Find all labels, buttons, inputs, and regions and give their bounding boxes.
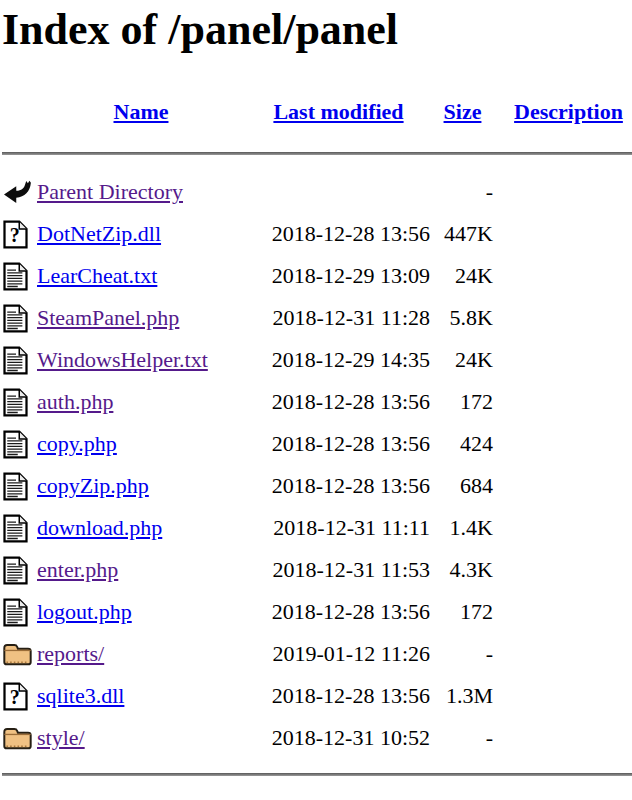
table-row: WindowsHelper.txt 2018-12-29 14:35 24K	[2, 339, 632, 381]
file-size: -	[430, 717, 495, 759]
file-link[interactable]: WindowsHelper.txt	[37, 347, 208, 372]
last-modified: 2018-12-28 13:56	[247, 423, 430, 465]
file-description	[495, 675, 632, 717]
text-file-icon	[3, 472, 28, 501]
file-size: 172	[430, 591, 495, 633]
file-link[interactable]: sqlite3.dll	[37, 683, 124, 708]
table-row: enter.php 2018-12-31 11:53 4.3K	[2, 549, 632, 591]
file-description	[495, 213, 632, 255]
sort-by-size-link[interactable]: Size	[444, 99, 482, 124]
file-link[interactable]: logout.php	[37, 599, 132, 624]
file-description	[495, 507, 632, 549]
file-link[interactable]: copyZip.php	[37, 473, 149, 498]
file-size: 684	[430, 465, 495, 507]
directory-listing-table: Name Last modified Size Description Pare…	[2, 84, 632, 776]
table-row: Parent Directory -	[2, 171, 632, 213]
sort-by-name-link[interactable]: Name	[114, 99, 169, 124]
last-modified: 2018-12-28 13:56	[247, 591, 430, 633]
table-row: download.php 2018-12-31 11:11 1.4K	[2, 507, 632, 549]
file-size: 172	[430, 381, 495, 423]
file-description	[495, 255, 632, 297]
last-modified: 2018-12-29 13:09	[247, 255, 430, 297]
file-description	[495, 339, 632, 381]
file-link[interactable]: DotNetZip.dll	[37, 221, 161, 246]
top-divider	[2, 152, 632, 155]
bottom-divider	[2, 773, 632, 776]
file-size: 5.8K	[430, 297, 495, 339]
text-file-icon	[3, 388, 28, 417]
table-row: auth.php 2018-12-28 13:56 172	[2, 381, 632, 423]
file-link[interactable]: enter.php	[37, 557, 118, 582]
last-modified	[247, 171, 430, 213]
directory-link[interactable]: reports/	[37, 641, 104, 666]
last-modified: 2018-12-28 13:56	[247, 213, 430, 255]
header-row: Name Last modified Size Description	[2, 84, 632, 140]
file-link[interactable]: SteamPanel.php	[37, 305, 179, 330]
table-row: DotNetZip.dll 2018-12-28 13:56 447K	[2, 213, 632, 255]
table-row: style/ 2018-12-31 10:52 -	[2, 717, 632, 759]
file-description	[495, 381, 632, 423]
file-size: -	[430, 633, 495, 675]
file-link[interactable]: copy.php	[37, 431, 117, 456]
file-size: 1.4K	[430, 507, 495, 549]
table-row: copy.php 2018-12-28 13:56 424	[2, 423, 632, 465]
file-link[interactable]: Parent Directory	[37, 179, 183, 204]
file-link[interactable]: LearCheat.txt	[37, 263, 157, 288]
icon-column-header	[2, 84, 35, 140]
last-modified: 2018-12-28 13:56	[247, 381, 430, 423]
file-size: 24K	[430, 255, 495, 297]
back-icon	[3, 180, 33, 205]
last-modified: 2018-12-31 11:28	[247, 297, 430, 339]
file-description	[495, 423, 632, 465]
file-description	[495, 717, 632, 759]
last-modified: 2018-12-28 13:56	[247, 675, 430, 717]
table-row: copyZip.php 2018-12-28 13:56 684	[2, 465, 632, 507]
unknown-file-icon	[3, 682, 28, 711]
directory-link[interactable]: style/	[37, 725, 85, 750]
sort-by-last-modified-link[interactable]: Last modified	[273, 99, 403, 124]
last-modified: 2018-12-28 13:56	[247, 465, 430, 507]
last-modified: 2019-01-12 11:26	[247, 633, 430, 675]
file-description	[495, 465, 632, 507]
sort-by-description-link[interactable]: Description	[514, 99, 623, 124]
table-row: LearCheat.txt 2018-12-29 13:09 24K	[2, 255, 632, 297]
text-file-icon	[3, 262, 28, 291]
folder-icon	[3, 642, 32, 666]
file-size: 4.3K	[430, 549, 495, 591]
file-description	[495, 297, 632, 339]
last-modified: 2018-12-31 10:52	[247, 717, 430, 759]
unknown-file-icon	[3, 220, 28, 249]
last-modified: 2018-12-29 14:35	[247, 339, 430, 381]
text-file-icon	[3, 556, 28, 585]
table-row: SteamPanel.php 2018-12-31 11:28 5.8K	[2, 297, 632, 339]
table-row: logout.php 2018-12-28 13:56 172	[2, 591, 632, 633]
file-description	[495, 633, 632, 675]
page-title: Index of /panel/panel	[2, 6, 632, 54]
file-size: 24K	[430, 339, 495, 381]
text-file-icon	[3, 430, 28, 459]
file-description	[495, 171, 632, 213]
table-row: reports/ 2019-01-12 11:26 -	[2, 633, 632, 675]
text-file-icon	[3, 304, 28, 333]
file-size: 1.3M	[430, 675, 495, 717]
folder-icon	[3, 726, 32, 750]
file-description	[495, 591, 632, 633]
table-row: sqlite3.dll 2018-12-28 13:56 1.3M	[2, 675, 632, 717]
file-size: -	[430, 171, 495, 213]
file-size: 424	[430, 423, 495, 465]
file-link[interactable]: download.php	[37, 515, 162, 540]
text-file-icon	[3, 598, 28, 627]
last-modified: 2018-12-31 11:11	[247, 507, 430, 549]
last-modified: 2018-12-31 11:53	[247, 549, 430, 591]
file-link[interactable]: auth.php	[37, 389, 113, 414]
file-size: 447K	[430, 213, 495, 255]
text-file-icon	[3, 346, 28, 375]
text-file-icon	[3, 514, 28, 543]
file-description	[495, 549, 632, 591]
